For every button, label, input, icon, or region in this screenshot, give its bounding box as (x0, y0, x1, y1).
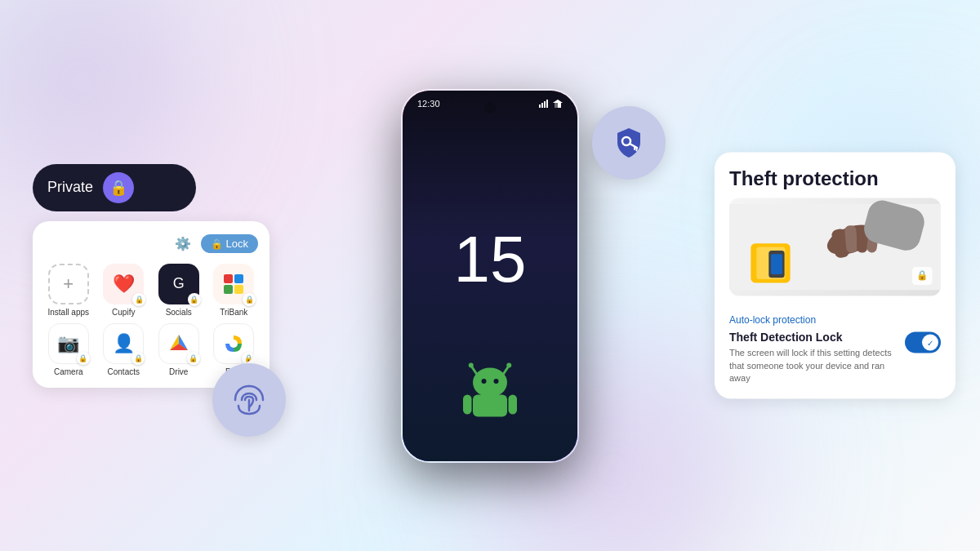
app-label-cupify: Cupify (112, 308, 135, 317)
svg-point-22 (494, 379, 499, 384)
apps-grid-card: ⚙️ 🔒 Lock + Install apps ❤️ 🔒 Cupify (33, 221, 270, 388)
fingerprint-bubble (212, 363, 286, 437)
apps-grid: + Install apps ❤️ 🔒 Cupify G 🔒 Socials (44, 264, 258, 376)
app-icon-camera: 📷 🔒 (48, 323, 89, 364)
theft-detection-title: Theft Detection Lock (729, 331, 897, 344)
svg-rect-11 (541, 103, 543, 108)
theft-card-body: Auto-lock protection Theft Detection Loc… (715, 304, 956, 399)
theft-detection-row: Theft Detection Lock The screen will loc… (729, 331, 941, 384)
private-space-panel: Private 🔒 ⚙️ 🔒 Lock + Install apps ❤️ 🔒 … (33, 164, 278, 388)
svg-text:🔒: 🔒 (916, 269, 929, 281)
svg-rect-0 (224, 274, 233, 283)
svg-point-21 (482, 379, 487, 384)
svg-rect-10 (539, 104, 541, 108)
svg-point-18 (469, 362, 474, 367)
app-icon-socials: G 🔒 (158, 264, 199, 304)
phone-device: 12:30 15 (400, 88, 580, 464)
phone-clock-number: 15 (454, 227, 527, 292)
private-space-toggle[interactable]: Private 🔒 (33, 164, 196, 211)
app-icon-cupify: ❤️ 🔒 (103, 264, 144, 304)
theft-card-title: Theft protection (729, 167, 941, 190)
theft-detection-toggle[interactable]: ✓ (905, 332, 941, 353)
app-icon-drive: 🔒 (158, 323, 199, 364)
app-lock-badge-socials: 🔒 (188, 293, 201, 306)
app-install[interactable]: + Install apps (44, 264, 93, 317)
svg-rect-23 (473, 394, 507, 416)
svg-rect-35 (844, 225, 858, 253)
theft-detection-text: Theft Detection Lock The screen will loc… (729, 331, 897, 384)
app-label-socials: Socials (166, 308, 192, 317)
app-camera[interactable]: 📷 🔒 Camera (44, 323, 93, 376)
theft-protection-panel: Theft protection (715, 152, 956, 399)
svg-rect-1 (234, 274, 243, 283)
lock-btn-label: Lock (226, 238, 248, 250)
app-lock-badge-camera: 🔒 (77, 352, 90, 365)
apps-top-bar: ⚙️ 🔒 Lock (44, 233, 258, 256)
phone-container: 12:30 15 (400, 88, 580, 464)
app-cupify[interactable]: ❤️ 🔒 Cupify (100, 264, 149, 317)
app-label-camera: Camera (54, 367, 83, 376)
security-key-bubble (592, 106, 666, 180)
app-contacts[interactable]: 👤 🔒 Contacts (100, 323, 149, 376)
app-label-contacts: Contacts (108, 367, 140, 376)
app-lock-badge-drive: 🔒 (187, 352, 200, 365)
lock-btn-icon: 🔒 (211, 238, 223, 250)
svg-rect-25 (509, 394, 518, 414)
app-lock-badge-tribank: 🔒 (243, 293, 256, 306)
app-label-tribank: TriBank (220, 308, 247, 317)
gear-button[interactable]: ⚙️ (172, 233, 194, 256)
svg-point-9 (229, 340, 238, 348)
private-lock-icon: 🔒 (103, 172, 134, 203)
android-robot (453, 359, 527, 420)
phone-screen: 12:30 15 (403, 91, 577, 461)
svg-rect-3 (234, 285, 243, 294)
phone-camera-notch (484, 102, 496, 113)
app-tribank[interactable]: 🔒 TriBank (210, 264, 259, 317)
app-icon-photos: 🔒 (213, 323, 254, 364)
app-lock-badge-contacts: 🔒 (131, 352, 145, 365)
auto-lock-label: Auto-lock protection (729, 314, 941, 326)
svg-point-20 (473, 367, 507, 397)
app-icon-contacts: 👤 🔒 (103, 323, 144, 364)
app-drive[interactable]: 🔒 Drive (154, 323, 203, 376)
app-icon-install: + (48, 264, 89, 304)
app-lock-badge-photos: 🔒 (242, 352, 254, 364)
app-label-install: Install apps (47, 308, 89, 317)
svg-rect-12 (544, 101, 546, 108)
phone-status-icons (539, 100, 563, 108)
theft-card-header: Theft protection (715, 152, 956, 304)
toggle-knob: ✓ (922, 335, 938, 351)
app-socials[interactable]: G 🔒 Socials (154, 264, 203, 317)
svg-rect-40 (771, 255, 782, 275)
app-label-drive: Drive (169, 367, 188, 376)
app-lock-badge-cupify: 🔒 (132, 293, 145, 306)
svg-rect-24 (463, 394, 472, 414)
svg-point-19 (506, 362, 511, 367)
theft-illustration: 🔒 (729, 198, 941, 296)
svg-rect-13 (546, 100, 548, 108)
private-label: Private (47, 179, 93, 196)
app-icon-tribank: 🔒 (213, 264, 254, 304)
svg-rect-2 (224, 285, 233, 294)
svg-marker-15 (553, 100, 563, 108)
phone-time: 12:30 (417, 99, 440, 109)
theft-card: Theft protection (715, 152, 956, 399)
lock-button[interactable]: 🔒 Lock (201, 234, 258, 253)
theft-detection-desc: The screen will lock if this setting det… (729, 347, 897, 384)
